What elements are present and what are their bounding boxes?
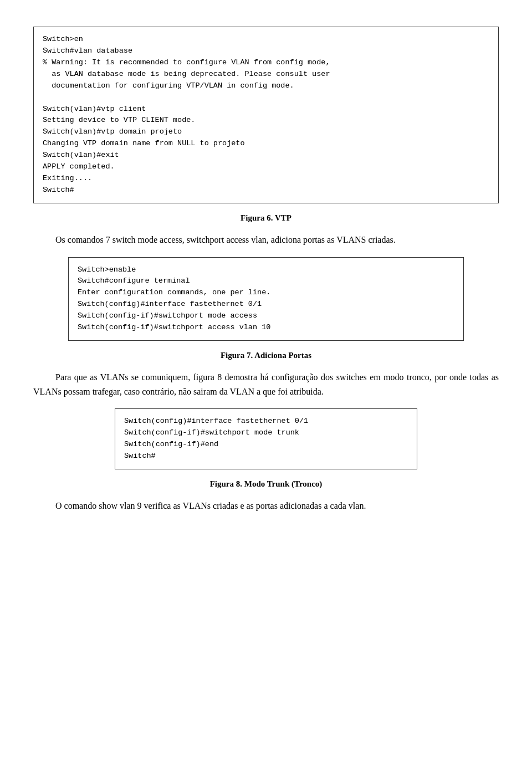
- figure8-code-block: Switch(config)#interface fastethernet 0/…: [115, 408, 417, 469]
- figure8-caption: Figura 8. Modo Trunk (Tronco): [33, 479, 499, 489]
- figure6-code-block: Switch>en Switch#vlan database % Warning…: [33, 27, 499, 203]
- paragraph2: Para que as VLANs se comuniquem, figura …: [33, 370, 499, 398]
- paragraph3: O comando show vlan 9 verifica as VLANs …: [33, 499, 499, 513]
- figure7-caption: Figura 7. Adiciona Portas: [33, 351, 499, 360]
- figure7-code-block: Switch>enable Switch#configure terminal …: [68, 257, 464, 341]
- figure6-caption: Figura 6. VTP: [33, 213, 499, 223]
- paragraph1: Os comandos 7 switch mode access, switch…: [33, 233, 499, 247]
